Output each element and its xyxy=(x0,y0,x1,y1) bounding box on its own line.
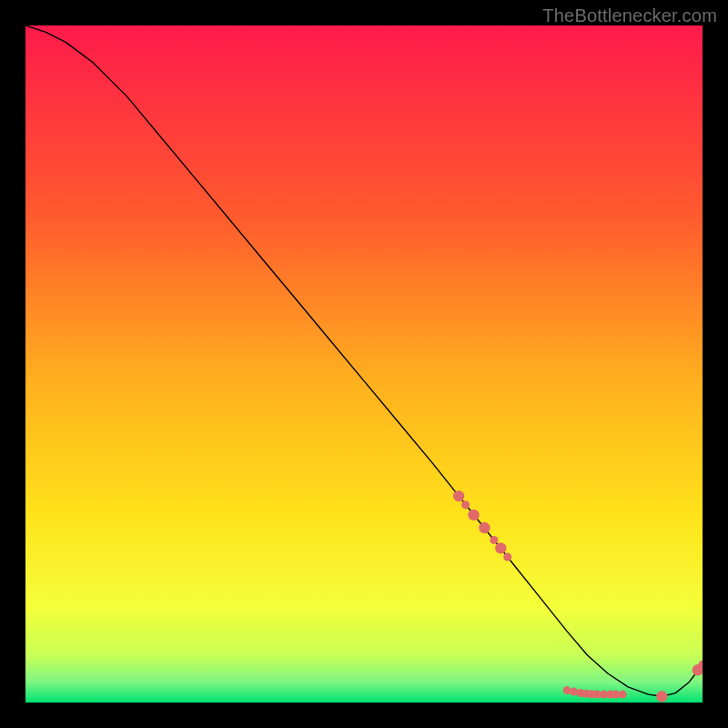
sample-point xyxy=(453,490,464,501)
sample-point xyxy=(656,691,667,702)
sample-point xyxy=(490,536,498,544)
chart-plot-area xyxy=(25,25,703,703)
attribution-text: TheBottlenecker.com xyxy=(542,5,717,26)
sample-point xyxy=(461,500,470,509)
chart-stage: TheBottlenecker.com xyxy=(0,0,728,728)
sample-point xyxy=(503,553,511,561)
sample-point xyxy=(479,522,490,533)
sample-point xyxy=(570,688,578,696)
chart-svg xyxy=(25,25,703,703)
sample-point xyxy=(619,691,627,699)
sample-point xyxy=(468,510,479,521)
sample-point xyxy=(495,542,506,553)
sample-point xyxy=(563,686,571,694)
gradient-bg xyxy=(25,25,703,703)
